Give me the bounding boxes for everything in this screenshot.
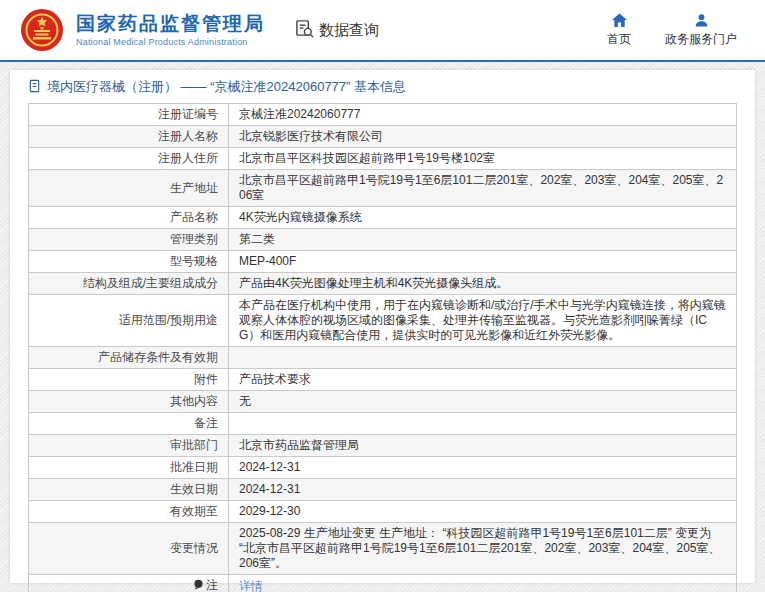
field-label: 注: [29, 575, 229, 592]
field-label: 产品储存条件及有效期: [29, 347, 229, 369]
field-label: 附件: [29, 369, 229, 391]
details-link[interactable]: 详情: [239, 579, 263, 592]
field-label: 生效日期: [29, 479, 229, 501]
table-row: 产品储存条件及有效期: [29, 347, 737, 369]
nav-home-label: 首页: [607, 31, 631, 48]
home-icon: [611, 13, 628, 28]
table-row: 生效日期 2024-12-31: [29, 479, 737, 501]
data-query-menu[interactable]: 数据查询: [295, 19, 379, 41]
table-row: 注册人住所 北京市昌平区科技园区超前路甲1号19号楼102室: [29, 148, 737, 170]
field-label: 变更情况: [29, 523, 229, 575]
table-row-note: 注 详情: [29, 575, 737, 592]
field-label: 批准日期: [29, 457, 229, 479]
top-nav: 首页 政务服务门户: [607, 13, 737, 48]
field-value: 北京市昌平区科技园区超前路甲1号19号楼102室: [229, 148, 737, 170]
field-value: 北京市药品监督管理局: [229, 435, 737, 457]
header: 国家药品监督管理局 National Medical Products Admi…: [0, 0, 765, 62]
field-value: 产品由4K荧光图像处理主机和4K荧光摄像头组成。: [229, 273, 737, 295]
table-row: 注册人名称 北京锐影医疗技术有限公司: [29, 126, 737, 148]
field-label: 适用范围/预期用途: [29, 295, 229, 347]
nav-gov-portal-label: 政务服务门户: [665, 31, 737, 48]
table-row: 备注: [29, 413, 737, 435]
note-balloon-icon: [193, 579, 204, 592]
field-value: 2024-12-31: [229, 457, 737, 479]
field-value: 产品技术要求: [229, 369, 737, 391]
field-label: 备注: [29, 413, 229, 435]
breadcrumb-text: 境内医疗器械（注册） —— “京械注准20242060777” 基本信息: [47, 78, 406, 96]
content-panel: 境内医疗器械（注册） —— “京械注准20242060777” 基本信息 注册证…: [10, 70, 755, 583]
field-label: 型号规格: [29, 251, 229, 273]
agency-name-cn: 国家药品监督管理局: [76, 13, 265, 35]
field-value: 详情: [229, 575, 737, 592]
agency-name-en: National Medical Products Administration: [76, 37, 265, 47]
breadcrumb: 境内医疗器械（注册） —— “京械注准20242060777” 基本信息: [10, 70, 755, 103]
field-value: 2025-08-29 生产地址变更 生产地址： “科技园区超前路甲1号19号1至…: [229, 523, 737, 575]
user-icon: [694, 13, 709, 28]
field-value: 无: [229, 391, 737, 413]
field-label: 产品名称: [29, 207, 229, 229]
registration-info-table: 注册证编号 京械注准20242060777 注册人名称 北京锐影医疗技术有限公司…: [28, 103, 737, 592]
field-value: [229, 347, 737, 369]
table-row: 审批部门 北京市药品监督管理局: [29, 435, 737, 457]
field-label: 注册人住所: [29, 148, 229, 170]
document-search-icon: [295, 19, 314, 41]
field-label: 注册人名称: [29, 126, 229, 148]
field-value: MEP-400F: [229, 251, 737, 273]
table-row: 生产地址 北京市昌平区超前路甲1号院19号1至6层101二层201室、202室、…: [29, 170, 737, 207]
field-label: 管理类别: [29, 229, 229, 251]
nmpa-emblem-icon: [20, 8, 64, 52]
table-row: 型号规格 MEP-400F: [29, 251, 737, 273]
field-label: 有效期至: [29, 501, 229, 523]
field-value: 北京锐影医疗技术有限公司: [229, 126, 737, 148]
field-label: 注册证编号: [29, 104, 229, 126]
field-label: 其他内容: [29, 391, 229, 413]
field-value: 北京市昌平区超前路甲1号院19号1至6层101二层201室、202室、203室、…: [229, 170, 737, 207]
table-row: 管理类别 第二类: [29, 229, 737, 251]
field-value: 2024-12-31: [229, 479, 737, 501]
field-value: 本产品在医疗机构中使用，用于在内窥镜诊断和/或治疗/手术中与光学内窥镜连接，将内…: [229, 295, 737, 347]
table-row: 注册证编号 京械注准20242060777: [29, 104, 737, 126]
field-label: 审批部门: [29, 435, 229, 457]
table-row: 适用范围/预期用途 本产品在医疗机构中使用，用于在内窥镜诊断和/或治疗/手术中与…: [29, 295, 737, 347]
table-row: 其他内容 无: [29, 391, 737, 413]
nav-item-gov-portal[interactable]: 政务服务门户: [665, 13, 737, 48]
agency-title-block: 国家药品监督管理局 National Medical Products Admi…: [76, 13, 265, 47]
field-label: 结构及组成/主要组成成分: [29, 273, 229, 295]
table-row: 变更情况 2025-08-29 生产地址变更 生产地址： “科技园区超前路甲1号…: [29, 523, 737, 575]
field-value: 京械注准20242060777: [229, 104, 737, 126]
table-row: 批准日期 2024-12-31: [29, 457, 737, 479]
data-query-label: 数据查询: [319, 21, 379, 40]
field-value: [229, 413, 737, 435]
table-row: 有效期至 2029-12-30: [29, 501, 737, 523]
document-icon: [28, 79, 41, 96]
table-row: 结构及组成/主要组成成分 产品由4K荧光图像处理主机和4K荧光摄像头组成。: [29, 273, 737, 295]
page-background: 境内医疗器械（注册） —— “京械注准20242060777” 基本信息 注册证…: [0, 62, 765, 590]
nav-item-home[interactable]: 首页: [607, 13, 631, 48]
note-label: 注: [206, 578, 218, 592]
table-row: 产品名称 4K荧光内窥镜摄像系统: [29, 207, 737, 229]
field-value: 第二类: [229, 229, 737, 251]
field-value: 4K荧光内窥镜摄像系统: [229, 207, 737, 229]
field-label: 生产地址: [29, 170, 229, 207]
field-value: 2029-12-30: [229, 501, 737, 523]
table-row: 附件 产品技术要求: [29, 369, 737, 391]
